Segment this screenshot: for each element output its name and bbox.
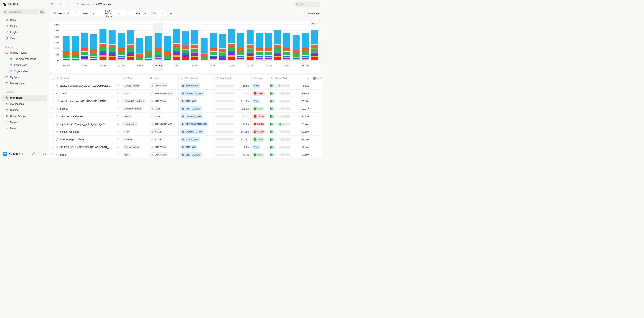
warehouse-chip[interactable]: COMPUTE_WH [180,129,204,134]
workload-name[interactable]: a_small_workload [60,130,115,133]
user-chip[interactable]: BOB [150,106,162,111]
time-range-filter[interactable]: Last Month [51,10,75,17]
chart-bar[interactable] [182,31,189,60]
chart-bar[interactable] [237,33,244,60]
row-checkbox[interactable] [51,84,54,87]
stepper-updown-icon[interactable] [71,12,73,15]
sidebar-item-more[interactable]: More [2,125,48,131]
chart-bar[interactable] [265,33,272,60]
open-detail-panel-icon[interactable] [117,145,120,149]
col-header-type[interactable]: Type [122,75,148,82]
open-detail-panel-icon[interactable] [117,130,120,133]
user-chip[interactable]: JONATHAN [150,152,169,157]
warehouse-chip[interactable]: DBT_WH [180,99,198,103]
chart-bar[interactable] [72,36,79,60]
chart-bar[interactable] [145,36,152,60]
warehouse-chip[interactable]: MISCO_WH [180,137,200,142]
row-checkbox[interactable] [51,107,54,110]
user-chip[interactable]: ALICE [150,129,164,134]
save-view-button[interactable]: Save View [303,12,320,15]
chart-bar[interactable] [210,33,217,60]
chart-bar[interactable] [292,35,300,60]
chart-bar[interactable] [90,34,97,60]
sidebar-item-insights[interactable]: Insights [2,29,48,35]
sidebar-item-workloads[interactable]: Workloads [2,95,48,101]
sidebar-item-failing-jobs[interactable]: Failing Jobs [2,62,48,68]
warehouse-chip[interactable]: COMPUTE_WH [180,91,204,96]
open-detail-panel-icon[interactable] [117,153,120,156]
filter-rule-menu[interactable] [115,10,127,17]
status-broadcast-icon[interactable] [43,152,46,155]
chart-bar[interactable] [302,33,309,60]
chart-bar[interactable] [173,29,180,60]
workload-name[interactable]: execute notebook "NOTEBOOKS". "JONAT… [60,100,115,103]
chart-bar[interactable] [81,33,88,60]
chart-menu-icon[interactable]: ●●● [311,22,316,26]
chart-bar[interactable] [228,29,235,60]
open-detail-panel-icon[interactable] [117,92,120,95]
account-switcher-chevron-icon[interactable] [21,153,24,155]
user-chip[interactable]: TRANSFORMER [150,122,174,126]
row-checkbox[interactable] [51,130,54,133]
workload-name[interactable]: oversized warehouse [60,115,115,118]
sidebar-item-monitors[interactable]: Monitors [2,119,48,125]
sidebar-item-my-jobs[interactable]: My Jobs [2,74,48,80]
sidebar-toggle-icon[interactable] [50,2,54,7]
warehouse-chip[interactable]: DBT_WH [180,145,198,149]
settings-icon[interactable] [32,152,35,155]
sidebar-item-top-new-workloads[interactable]: Top New Workloads [2,56,48,62]
col-header-add-column[interactable]: Add column [311,75,322,82]
chart-bar[interactable] [100,29,106,60]
select-all-checkbox[interactable] [51,77,54,80]
user-chip[interactable]: JONATHAN [150,83,169,88]
sidebar-item-storage[interactable]: Storage [2,107,48,113]
row-checkbox[interactable] [51,123,54,126]
user-chip[interactable]: TRANSFORMER [150,91,174,96]
workload-name[interactable]: orders [60,153,115,156]
col-header-annual-cost[interactable]: $Annual Cost [269,75,311,82]
workload-name[interactable]: orders [60,92,115,95]
chart-bar[interactable] [118,33,125,60]
workload-name[interactable]: copy into 'gcs://staging_select_ingest_a… [60,123,115,126]
filter-rule-menu[interactable] [159,10,166,17]
col-header--change[interactable]: % Change [250,75,269,82]
sidebar-item-warehouses[interactable]: Warehouses [2,101,48,107]
user-chip[interactable]: ALICE [150,137,164,142]
filter-rule-user[interactable]: UserisBOB and 3 others [77,10,127,17]
open-detail-panel-icon[interactable] [117,115,120,118]
workload-name[interactable]: timeout [60,107,115,110]
chart-bar[interactable] [246,30,254,60]
chart-bar[interactable] [311,30,318,60]
open-detail-panel-icon[interactable] [117,138,120,141]
quick-search-input[interactable]: Quick Search ⌘K [2,10,46,15]
sidebar-item-home[interactable]: Home [2,17,48,23]
sidebar-item-explore[interactable]: Explore [2,23,48,29]
chart-bar[interactable] [200,38,208,60]
chart-bar[interactable] [108,30,116,60]
sidebar-item-usage-groups[interactable]: Usage Groups [2,113,48,119]
workload-name[interactable]: local_storage_spillage [60,138,115,141]
sort-desc-icon[interactable] [306,77,309,80]
user-chip[interactable]: JONATHAN [150,99,169,103]
row-checkbox[interactable] [51,92,54,95]
sidebar-item-weekly-review[interactable]: Weekly Review [2,50,48,56]
sidebar-item-triggered-alerts[interactable]: Triggered Alerts [2,68,48,74]
col-header-avg-duration[interactable]: Avg Duration [214,75,250,82]
warehouse-chip[interactable]: DBT_CLOUD [180,152,202,157]
nav-back-icon[interactable] [58,2,63,7]
warehouse-chip[interactable]: JONATHAN [180,83,200,88]
user-chip[interactable]: BOB [150,114,162,119]
nav-forward-icon[interactable] [64,2,69,7]
col-header-users[interactable]: Users [148,75,178,82]
sidebar-item-development[interactable]: Development [2,80,48,86]
open-detail-panel-icon[interactable] [117,107,120,110]
chart-bar[interactable] [136,38,143,60]
filter-rule-size[interactable]: SizeisXS [129,10,166,17]
chart-bar[interactable] [127,30,134,60]
row-checkbox[interactable] [51,138,54,141]
warehouse-chip[interactable]: SLT_WAREHOUSE [180,122,208,126]
open-detail-panel-icon[interactable] [117,84,120,87]
breadcrumb-section[interactable]: Workloads [81,3,92,6]
chart-bar[interactable] [164,36,171,60]
row-checkbox[interactable] [51,146,54,149]
